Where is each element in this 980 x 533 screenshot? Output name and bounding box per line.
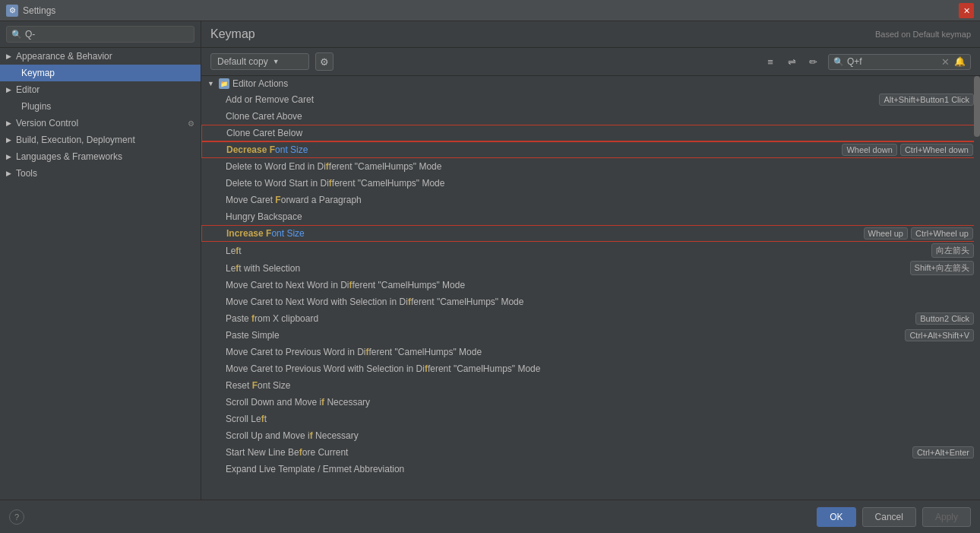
sidebar-search-wrapper[interactable]: 🔍 — [6, 26, 194, 43]
expand-arrow-icon: ▶ — [6, 52, 11, 60]
table-row[interactable]: Start New Line Before Current Ctrl+Alt+E… — [201, 444, 980, 461]
table-row[interactable]: Hungry Backspace — [201, 208, 980, 225]
sidebar: 🔍 ▶ Appearance & Behavior Keymap ▶ Edito… — [0, 21, 201, 500]
shortcuts: 向左箭头 — [931, 243, 974, 258]
action-name: Move Caret to Next Word with Selection i… — [226, 297, 974, 307]
scrollbar-track[interactable] — [974, 76, 980, 500]
based-on-label: Based on Default keymap — [875, 30, 971, 39]
filter-clear-button[interactable]: ✕ — [941, 56, 950, 68]
table-row[interactable]: Move Caret to Previous Word in Different… — [201, 344, 980, 360]
action-name: Move Caret to Previous Word with Selecti… — [226, 363, 974, 374]
expand-arrow-icon: ▶ — [6, 86, 11, 94]
sidebar-item-appearance[interactable]: ▶ Appearance & Behavior — [0, 48, 201, 65]
table-row[interactable]: Paste Simple Ctrl+Alt+Shift+V — [201, 327, 980, 344]
filter-extra-icon: 🔔 — [954, 56, 966, 67]
table-row[interactable]: Clone Caret Above — [201, 108, 980, 125]
collapse-all-button[interactable]: ≡ — [761, 52, 779, 71]
action-name: Paste from X clipboard — [226, 313, 915, 324]
title-bar: ⚙ Settings ✕ — [0, 0, 980, 21]
search-icon: 🔍 — [11, 30, 22, 40]
gear-button[interactable]: ⚙ — [315, 52, 334, 71]
sidebar-label-appearance: Appearance & Behavior — [16, 51, 194, 62]
table-row[interactable]: Move Caret to Previous Word with Selecti… — [201, 360, 980, 377]
table-row[interactable]: Clone Caret Below — [201, 125, 980, 141]
shortcut-badge: Shift+向左箭头 — [910, 261, 974, 275]
keymap-search-filter: 🔍 Q+f ✕ 🔔 — [828, 54, 971, 70]
ok-button[interactable]: OK — [817, 507, 855, 527]
sidebar-item-version-control[interactable]: ▶ Version Control ⚙ — [0, 115, 201, 132]
shortcut-badge: Ctrl+Wheel down — [900, 144, 973, 156]
apply-button[interactable]: Apply — [922, 507, 971, 527]
table-row[interactable]: Expand Live Template / Emmet Abbreviatio… — [201, 461, 980, 477]
action-name: Reset Font Size — [226, 380, 974, 391]
table-row[interactable]: Scroll Up and Move if Necessary — [201, 427, 980, 444]
shortcut-badge: Ctrl+Alt+Shift+V — [905, 329, 974, 341]
shortcut-badge: Button2 Click — [915, 313, 974, 325]
sidebar-item-languages[interactable]: ▶ Languages & Frameworks — [0, 148, 201, 165]
action-name: Start New Line Before Current — [226, 447, 912, 458]
table-row[interactable]: Reset Font Size — [201, 377, 980, 394]
main-layout: 🔍 ▶ Appearance & Behavior Keymap ▶ Edito… — [0, 21, 980, 500]
action-name: Left with Selection — [226, 263, 910, 274]
help-button[interactable]: ? — [9, 509, 24, 525]
content-area: Keymap Based on Default keymap Default c… — [201, 21, 980, 500]
table-row[interactable]: Move Caret to Next Word with Selection i… — [201, 293, 980, 310]
cancel-button[interactable]: Cancel — [862, 507, 916, 527]
sidebar-label-keymap: Keymap — [21, 68, 194, 78]
group-header-editor-actions[interactable]: ▼ 📁 Editor Actions — [201, 76, 980, 91]
app-icon: ⚙ — [6, 5, 18, 17]
filter-input[interactable]: Q+f — [847, 56, 938, 67]
sidebar-item-keymap[interactable]: Keymap — [0, 65, 201, 81]
shortcuts: Wheel up Ctrl+Wheel up — [864, 227, 974, 240]
sidebar-label-languages: Languages & Frameworks — [16, 151, 194, 162]
shortcuts: Wheel down Ctrl+Wheel down — [842, 144, 973, 156]
table-row[interactable]: Move Caret to Next Word in Different "Ca… — [201, 277, 980, 293]
close-button[interactable]: ✕ — [959, 3, 974, 18]
match-highlight: Increase F — [226, 228, 271, 239]
keymap-dropdown[interactable]: Default copy ▼ — [210, 53, 309, 70]
window-title: Settings — [23, 5, 55, 16]
table-row[interactable]: Paste from X clipboard Button2 Click — [201, 310, 980, 327]
expand-all-button[interactable]: ⇌ — [782, 52, 801, 71]
table-row[interactable]: Left with Selection Shift+向左箭头 — [201, 259, 980, 277]
version-control-badge: ⚙ — [188, 119, 194, 128]
shortcut-badge: Alt+Shift+Button1 Click — [879, 94, 974, 106]
sidebar-label-build: Build, Execution, Deployment — [16, 135, 194, 145]
sidebar-label-tools: Tools — [16, 168, 194, 179]
sidebar-label-version-control: Version Control — [16, 118, 185, 128]
table-row[interactable]: Left 向左箭头 — [201, 242, 980, 259]
sidebar-label-editor: Editor — [16, 84, 194, 95]
table-row[interactable]: Decrease Font Size Wheel down Ctrl+Wheel… — [201, 141, 980, 158]
match-highlight: Decrease F — [226, 144, 275, 155]
sidebar-search-input[interactable] — [25, 29, 189, 40]
action-name: Increase Font Size — [226, 228, 864, 239]
content-header: Keymap Based on Default keymap — [201, 21, 980, 48]
table-row[interactable]: Delete to Word Start in Different "Camel… — [201, 175, 980, 192]
sidebar-item-plugins[interactable]: Plugins — [0, 98, 201, 115]
table-row[interactable]: Delete to Word End in Different "CamelHu… — [201, 158, 980, 175]
edit-shortcut-button[interactable]: ✏ — [804, 52, 822, 71]
expand-arrow-icon: ▶ — [6, 119, 11, 127]
bottom-bar: ? OK Cancel Apply — [0, 500, 980, 533]
shortcuts: Alt+Shift+Button1 Click — [879, 94, 974, 106]
expand-arrow-icon: ▶ — [6, 170, 11, 177]
group-collapse-arrow-icon: ▼ — [207, 80, 214, 87]
dropdown-value: Default copy — [217, 56, 268, 67]
table-row[interactable]: Scroll Left — [201, 411, 980, 427]
shortcut-badge: 向左箭头 — [931, 243, 974, 258]
dropdown-arrow-icon: ▼ — [273, 58, 280, 65]
keymap-list[interactable]: ▼ 📁 Editor Actions Add or Remove Caret A… — [201, 76, 980, 500]
action-name: Paste Simple — [226, 330, 905, 341]
table-row[interactable]: Increase Font Size Wheel up Ctrl+Wheel u… — [201, 225, 980, 242]
action-name: Move Caret to Previous Word in Different… — [226, 347, 974, 357]
table-row[interactable]: Add or Remove Caret Alt+Shift+Button1 Cl… — [201, 91, 980, 108]
table-row[interactable]: Scroll Down and Move if Necessary — [201, 394, 980, 411]
shortcuts: Ctrl+Alt+Enter — [912, 446, 974, 458]
action-name: Add or Remove Caret — [226, 94, 879, 105]
scrollbar-thumb[interactable] — [974, 76, 980, 137]
sidebar-item-editor[interactable]: ▶ Editor — [0, 81, 201, 98]
action-name: Clone Caret Above — [226, 111, 974, 122]
sidebar-item-build[interactable]: ▶ Build, Execution, Deployment — [0, 132, 201, 148]
table-row[interactable]: Move Caret Forward a Paragraph — [201, 192, 980, 208]
sidebar-item-tools[interactable]: ▶ Tools — [0, 165, 201, 182]
